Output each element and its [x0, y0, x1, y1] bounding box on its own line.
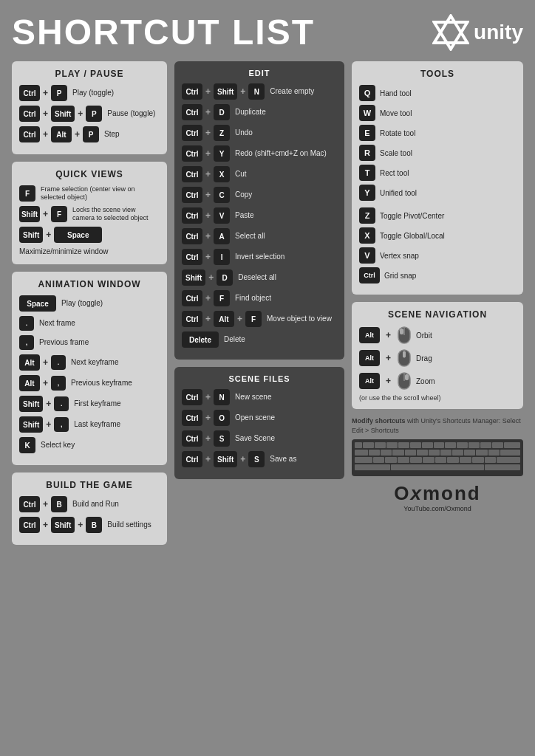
- shortcut-row: Shift + Space: [19, 227, 160, 243]
- nav-row: Alt + Zoom: [359, 371, 516, 391]
- vertex-snap-desc: Vertex snap: [380, 252, 419, 260]
- nav-row: Alt + Drag: [359, 348, 516, 368]
- maximize-desc: Maximize/minimize window: [19, 247, 160, 255]
- k-key: K: [19, 437, 35, 453]
- build-section: BUILD THE GAME Ctrl + B Build and Run Ct…: [12, 472, 167, 545]
- scene-files-section: SCENE FILES Ctrl + N New scene Ctrl + O …: [174, 367, 344, 479]
- n-key: N: [248, 83, 265, 100]
- redo-desc: Redo (shift+cmd+Z on Mac): [235, 149, 327, 158]
- unity-label: unity: [474, 21, 523, 44]
- modify-text: Modify shortcuts with Unity's Shortcuts …: [352, 416, 523, 435]
- ctrl-key: Ctrl: [182, 207, 202, 224]
- scroll-note: (or use the the scroll wheel): [359, 394, 516, 402]
- next-frame-desc: Next frame: [39, 319, 75, 328]
- ctrl-key: Ctrl: [19, 517, 40, 533]
- move-to-view-desc: Move object to view: [267, 315, 332, 323]
- shortcut-row: Delete Delete: [182, 331, 337, 348]
- select-key-desc: Select key: [41, 441, 75, 450]
- n-key: N: [214, 389, 230, 405]
- shift-key: Shift: [19, 416, 43, 433]
- t-key: T: [359, 165, 375, 181]
- shortcut-row: Ctrl + Shift + S Save as: [182, 451, 337, 467]
- create-empty-desc: Create empty: [270, 87, 314, 96]
- ctrl-key: Ctrl: [19, 496, 40, 512]
- keyboard-graphic: [352, 439, 523, 476]
- ctrl-key: Ctrl: [182, 125, 202, 141]
- svg-rect-10: [405, 374, 409, 380]
- shortcut-row: Ctrl + O Open scene: [182, 410, 337, 426]
- shift-key: Shift: [51, 106, 75, 122]
- unified-tool-desc: Unified tool: [380, 189, 417, 197]
- drag-desc: Drag: [416, 354, 432, 362]
- cut-desc: Cut: [235, 170, 247, 179]
- shortcut-row: Ctrl + Shift + B Build settings: [19, 517, 160, 533]
- c-key: C: [214, 187, 230, 203]
- prev-frame-desc: Previous frame: [39, 338, 89, 347]
- period-key: .: [54, 396, 69, 411]
- tools-title: TOOLS: [359, 69, 516, 79]
- lock-camera-desc: Locks the scene view camera to selected …: [72, 206, 160, 222]
- shortcut-row: Ctrl + S Save Scene: [182, 430, 337, 447]
- quick-views-title: QUICK VIEWS: [19, 169, 160, 179]
- shortcut-row: Alt + . Next keyframe: [19, 354, 160, 371]
- shortcut-row: Ctrl + P Play (toggle): [19, 85, 160, 101]
- ctrl-key: Ctrl: [182, 83, 202, 100]
- z-key: Z: [359, 207, 375, 224]
- scene-nav-section: SCENE NAVIGATION Alt + Orbit Alt +: [352, 302, 523, 409]
- shift-key: Shift: [214, 451, 237, 467]
- x-key: X: [214, 166, 230, 182]
- space-key: Space: [19, 295, 56, 312]
- a-key: A: [214, 228, 230, 244]
- undo-desc: Undo: [235, 128, 253, 137]
- step-desc: Step: [104, 130, 120, 139]
- shortcut-row: Ctrl + Shift + P Pause (toggle): [19, 106, 160, 122]
- shortcut-row: K Select key: [19, 437, 160, 453]
- v-key: V: [359, 247, 375, 264]
- invert-sel-desc: Invert selection: [235, 252, 284, 261]
- last-keyframe-desc: Last keyframe: [74, 420, 120, 429]
- zoom-desc: Zoom: [416, 377, 435, 385]
- ctrl-key: Ctrl: [19, 85, 40, 101]
- shortcut-row: Shift + . First keyframe: [19, 396, 160, 412]
- header: SHORTCUT LIST unity: [12, 12, 523, 52]
- p-key: P: [51, 85, 67, 101]
- shift-key: Shift: [214, 83, 237, 100]
- page: SHORTCUT LIST unity PLAY / PAUSE Ctrl + …: [12, 12, 523, 552]
- ctrl-key: Ctrl: [182, 410, 202, 426]
- build-title: BUILD THE GAME: [19, 480, 160, 490]
- f-key: F: [51, 206, 67, 222]
- mouse-left-icon: [397, 326, 412, 345]
- shortcut-row: Ctrl + Z Undo: [182, 125, 337, 141]
- i-key: I: [214, 249, 230, 265]
- shortcut-row: . Next frame: [19, 316, 160, 331]
- tool-row: R Scale tool: [359, 145, 516, 161]
- shortcut-row: Shift + D Deselect all: [182, 269, 337, 286]
- z-key: Z: [214, 125, 230, 141]
- grid-snap-desc: Grid snap: [384, 272, 416, 280]
- page-title: SHORTCUT LIST: [12, 12, 315, 52]
- duplicate-desc: Duplicate: [235, 108, 266, 117]
- tool-row: E Rotate tool: [359, 125, 516, 141]
- p-key: P: [86, 106, 102, 122]
- tool-row: V Vertex snap: [359, 247, 516, 264]
- d-key: D: [217, 269, 233, 286]
- shortcut-row: Ctrl + F Find object: [182, 290, 337, 306]
- ctrl-key: Ctrl: [182, 430, 202, 447]
- shortcut-row: Ctrl + Alt + F Move object to view: [182, 311, 337, 327]
- ctrl-key: Ctrl: [359, 267, 380, 284]
- mid-column: EDIT Ctrl + Shift + N Create empty Ctrl …: [174, 61, 344, 487]
- shortcut-row: , Previous frame: [19, 335, 160, 350]
- d-key: D: [214, 104, 230, 120]
- ctrl-key: Ctrl: [182, 249, 202, 265]
- right-column: TOOLS Q Hand tool W Move tool E Rotate t…: [352, 61, 523, 512]
- anim-play-desc: Play (toggle): [61, 299, 103, 308]
- tool-row: Q Hand tool: [359, 85, 516, 101]
- w-key: W: [359, 105, 375, 121]
- ctrl-key: Ctrl: [182, 311, 202, 327]
- shortcut-row: Ctrl + V Paste: [182, 207, 337, 224]
- deselect-all-desc: Deselect all: [238, 273, 276, 282]
- svg-rect-7: [403, 351, 406, 357]
- toggle-pivot-desc: Toggle Pivot/Center: [380, 212, 444, 220]
- shortcut-row: Ctrl + I Invert selection: [182, 249, 337, 265]
- alt-key: Alt: [214, 311, 234, 327]
